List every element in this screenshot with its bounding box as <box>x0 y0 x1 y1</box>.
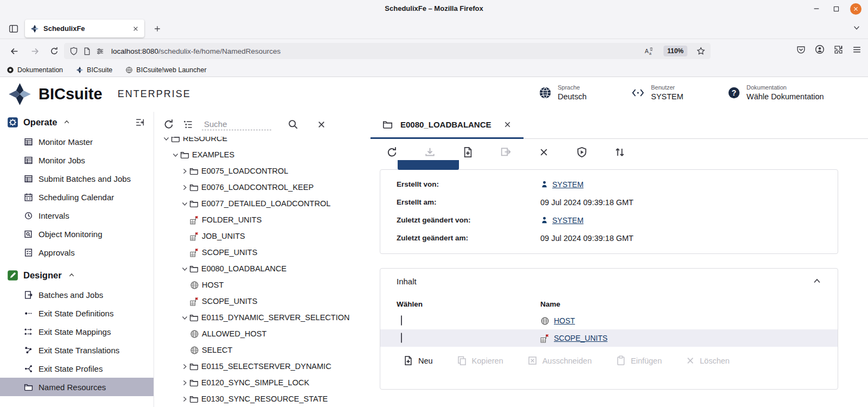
tree-node[interactable]: JOB_UNITS <box>155 228 370 244</box>
file-plus-icon <box>462 147 474 158</box>
tree-node[interactable]: E0130_SYNC_RESOURCE_STATE <box>155 391 370 407</box>
tree-node[interactable]: E0080_LOADBALANCE <box>155 260 370 277</box>
tree-node[interactable]: SCOPE_UNITS <box>155 293 370 309</box>
tree-node[interactable]: E0075_LOADCONTROL <box>155 163 370 179</box>
search-button[interactable] <box>288 119 298 130</box>
clear-search-button[interactable] <box>317 120 326 129</box>
zoom-level-button[interactable]: 110% <box>663 46 687 56</box>
translate-button[interactable] <box>644 47 653 56</box>
sidebar-item-exit-state-translations[interactable]: Exit State Translations <box>0 341 154 359</box>
user-menu[interactable]: BenutzerSYSTEM <box>631 84 684 101</box>
pocket-button[interactable] <box>796 45 806 54</box>
cut-button[interactable]: Ausschneiden <box>527 355 592 366</box>
sidebar-item-monitor-master[interactable]: Monitor Master <box>0 132 154 151</box>
sidebar-item-monitor-jobs[interactable]: Monitor Jobs <box>0 151 154 169</box>
tree-node[interactable]: SCOPE_UNITS <box>155 244 370 260</box>
tree-node[interactable]: SELECT <box>155 342 370 358</box>
expander[interactable] <box>171 150 180 159</box>
tree-node[interactable]: EXAMPLES <box>155 147 370 163</box>
sidebar-item-batches-and-jobs[interactable]: Batches and Jobs <box>0 285 154 304</box>
sidebar-item-intervals[interactable]: Intervals <box>0 206 154 225</box>
menu-button[interactable] <box>852 45 861 54</box>
bookmark-star-button[interactable] <box>697 47 705 55</box>
sidebar-item-approvals[interactable]: Approvals <box>0 243 154 262</box>
sidebar-section-operate[interactable]: Operate <box>0 112 154 132</box>
detail-tab-e0080-loadbalance[interactable]: E0080_LOADBALANCE <box>371 112 524 139</box>
shield-play-icon <box>576 147 588 158</box>
back-button[interactable] <box>7 43 22 59</box>
new-tab-button[interactable] <box>151 22 164 35</box>
tree-node[interactable]: E0115_DYNAMIC_SERVER_SELECTION <box>155 309 370 326</box>
url-bar[interactable]: localhost:8080/schedulix-fe/home/NamedRe… <box>64 43 711 59</box>
close-window-button[interactable] <box>850 3 861 15</box>
permissions-icon[interactable] <box>96 47 104 55</box>
minimize-button[interactable] <box>811 3 822 14</box>
clone-button[interactable] <box>499 145 512 158</box>
page-info-icon[interactable] <box>83 47 91 55</box>
sidebar-item-scheduling-calendar[interactable]: Scheduling Calendar <box>0 188 154 206</box>
expander[interactable] <box>180 362 189 371</box>
collapse-section-button[interactable] <box>813 277 821 285</box>
delete-row-button[interactable]: Löschen <box>686 356 730 365</box>
paste-button[interactable]: Einfügen <box>616 355 662 366</box>
bookmark-dokumentation[interactable]: Dokumentation <box>7 66 63 74</box>
close-detail-tab-button[interactable] <box>503 120 512 129</box>
sidebar-item-named-resources[interactable]: Named Resources <box>0 378 154 396</box>
sidebar-item-object-monitoring[interactable]: Object Monitoring <box>0 225 154 243</box>
documentation-selector[interactable]: DokumentationWähle Dokumentation <box>727 84 824 101</box>
browser-tab[interactable]: SchedulixFe <box>25 20 144 37</box>
expander[interactable] <box>180 167 189 175</box>
search-input[interactable] <box>202 118 271 130</box>
tree-node[interactable]: E0115_SELECTSERVER_DYNAMIC <box>155 358 370 374</box>
expander[interactable] <box>180 264 189 273</box>
expander[interactable] <box>180 395 189 403</box>
sidebar-item-exit-state-mappings[interactable]: Exit State Mappings <box>0 322 154 341</box>
resource-link-scope-units[interactable]: SCOPE_UNITS <box>554 334 608 342</box>
tree-node[interactable]: ALLOWED_HOST <box>155 326 370 342</box>
maximize-button[interactable] <box>831 3 841 14</box>
reload-button[interactable] <box>47 43 62 59</box>
sidebar-item-exit-state-profiles[interactable]: Exit State Profiles <box>0 359 154 378</box>
collapse-sidebar-button[interactable] <box>135 118 145 127</box>
expander[interactable] <box>180 199 189 208</box>
firefox-view-button[interactable] <box>7 22 21 36</box>
tree-list-icon <box>183 119 193 130</box>
close-tab-button[interactable] <box>132 26 139 32</box>
tree-node[interactable]: E0077_DETAILED_LOADCONTROL <box>155 195 370 212</box>
run-protected-button[interactable] <box>575 145 588 158</box>
sidebar-item-submit-batches[interactable]: Submit Batches and Jobs <box>0 169 154 188</box>
refresh-button[interactable] <box>385 145 398 158</box>
sort-button[interactable] <box>613 145 626 158</box>
tree-list-mode-button[interactable] <box>183 119 193 130</box>
account-button[interactable] <box>815 44 825 54</box>
list-all-tabs-button[interactable] <box>853 24 860 31</box>
delete-button[interactable] <box>537 145 550 158</box>
bookmark-bicsuite[interactable]: BICsuite <box>76 66 112 74</box>
shield-icon[interactable] <box>69 47 78 55</box>
save-button[interactable] <box>423 145 436 158</box>
sidebar-item-exit-state-definitions[interactable]: Exit State Definitions <box>0 304 154 322</box>
tree-node[interactable]: E0076_LOADCONTROL_KEEP <box>155 179 370 195</box>
created-by-link[interactable]: SYSTEM <box>552 180 584 189</box>
extensions-button[interactable] <box>834 45 843 54</box>
expander[interactable] <box>180 183 189 192</box>
tree-node[interactable]: FOLDER_UNITS <box>155 212 370 228</box>
tree-node[interactable]: HOST <box>155 277 370 293</box>
expander[interactable] <box>180 313 189 322</box>
language-selector[interactable]: SpracheDeutsch <box>539 84 586 101</box>
bookmark-web-launcher[interactable]: BICsuite!web Launcher <box>125 66 206 74</box>
new-resource-button[interactable] <box>461 145 474 158</box>
new-button[interactable]: Neu <box>403 355 433 366</box>
forward-button[interactable] <box>27 43 42 59</box>
close-icon <box>317 120 326 129</box>
row-checkbox[interactable] <box>401 315 402 326</box>
modified-by-link[interactable]: SYSTEM <box>552 216 584 225</box>
resource-link-host[interactable]: HOST <box>554 316 575 325</box>
expander[interactable] <box>180 378 189 387</box>
tree-reload-button[interactable] <box>163 119 174 130</box>
tree-node[interactable]: E0120_SYNC_SIMPLE_LOCK <box>155 374 370 391</box>
partial-scrolled-button[interactable] <box>398 160 459 170</box>
copy-button[interactable]: Kopieren <box>457 355 503 366</box>
row-checkbox[interactable] <box>401 333 402 343</box>
sidebar-section-designer[interactable]: Designer <box>0 265 154 285</box>
